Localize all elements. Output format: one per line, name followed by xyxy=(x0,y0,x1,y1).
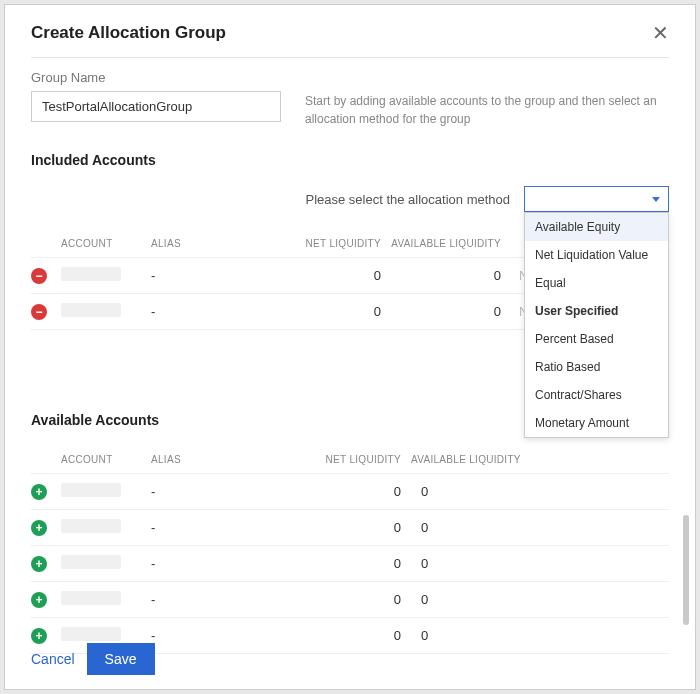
add-icon[interactable]: + xyxy=(31,520,47,536)
create-allocation-group-modal: Create Allocation Group ✕ Group Name Sta… xyxy=(4,4,696,690)
cell-alias: - xyxy=(151,520,271,535)
group-name-label: Group Name xyxy=(31,70,281,85)
cell-account xyxy=(61,591,151,608)
add-icon[interactable]: + xyxy=(31,556,47,572)
available-rows: +-00+-00+-00+-00+-00 xyxy=(31,474,669,654)
scrollbar-thumb[interactable] xyxy=(683,515,689,625)
cell-net: 0 xyxy=(271,268,391,283)
cell-net: 0 xyxy=(271,628,411,643)
cell-net: 0 xyxy=(271,304,391,319)
dropdown-item[interactable]: Available Equity xyxy=(525,213,668,241)
close-icon[interactable]: ✕ xyxy=(652,23,669,43)
cell-alias: - xyxy=(151,304,271,319)
col-avail: AVAILABLE LIQUIDITY xyxy=(391,238,511,249)
cell-account xyxy=(61,303,151,320)
add-icon[interactable]: + xyxy=(31,628,47,644)
table-row: +-00 xyxy=(31,510,669,546)
cell-avail: 0 xyxy=(411,484,669,499)
col-net: NET LIQUIDITY xyxy=(271,238,391,249)
table-row: +-00 xyxy=(31,582,669,618)
available-table-header: ACCOUNT ALIAS NET LIQUIDITY AVAILABLE LI… xyxy=(31,446,669,474)
col-avail: AVAILABLE LIQUIDITY xyxy=(411,454,669,465)
table-row: +-00 xyxy=(31,546,669,582)
cancel-button[interactable]: Cancel xyxy=(31,651,75,667)
add-icon[interactable]: + xyxy=(31,592,47,608)
cell-account xyxy=(61,519,151,536)
allocation-method-dropdown[interactable] xyxy=(524,186,669,212)
included-accounts-section: Included Accounts Please select the allo… xyxy=(31,152,669,388)
dropdown-item[interactable]: Monetary Amount xyxy=(525,409,668,437)
col-account: ACCOUNT xyxy=(61,454,151,465)
dropdown-item[interactable]: Percent Based xyxy=(525,325,668,353)
cell-account xyxy=(61,555,151,572)
chevron-down-icon xyxy=(652,197,660,202)
save-button[interactable]: Save xyxy=(87,643,155,675)
group-name-input[interactable] xyxy=(31,91,281,122)
cell-avail: 0 xyxy=(411,628,669,643)
group-name-block: Group Name xyxy=(31,70,281,122)
hint-text: Start by adding available accounts to th… xyxy=(305,92,669,128)
cell-avail: 0 xyxy=(411,592,669,607)
cell-net: 0 xyxy=(271,484,411,499)
modal-header: Create Allocation Group ✕ xyxy=(31,23,669,58)
col-alias: ALIAS xyxy=(151,454,271,465)
dropdown-item[interactable]: User Specified xyxy=(525,297,668,325)
group-name-row: Group Name Start by adding available acc… xyxy=(31,70,669,128)
allocation-method-row: Please select the allocation method Avai… xyxy=(31,186,669,212)
cell-avail: 0 xyxy=(391,268,511,283)
cell-net: 0 xyxy=(271,556,411,571)
included-accounts-title: Included Accounts xyxy=(31,152,669,168)
cell-avail: 0 xyxy=(411,556,669,571)
cell-alias: - xyxy=(151,628,271,643)
modal-footer: Cancel Save xyxy=(31,643,155,675)
available-accounts-section: Available Accounts ACCOUNT ALIAS NET LIQ… xyxy=(31,412,669,654)
allocation-method-label: Please select the allocation method xyxy=(305,192,510,207)
col-account: ACCOUNT xyxy=(61,238,151,249)
cell-alias: - xyxy=(151,592,271,607)
cell-alias: - xyxy=(151,556,271,571)
cell-account xyxy=(61,483,151,500)
dropdown-item[interactable]: Contract/Shares xyxy=(525,381,668,409)
dropdown-item[interactable]: Ratio Based xyxy=(525,353,668,381)
remove-icon[interactable]: − xyxy=(31,268,47,284)
cell-avail: 0 xyxy=(391,304,511,319)
cell-avail: 0 xyxy=(411,520,669,535)
cell-account xyxy=(61,627,151,644)
col-net: NET LIQUIDITY xyxy=(271,454,411,465)
add-icon[interactable]: + xyxy=(31,484,47,500)
cell-alias: - xyxy=(151,268,271,283)
cell-alias: - xyxy=(151,484,271,499)
allocation-method-menu: Available EquityNet Liquidation ValueEqu… xyxy=(524,212,669,438)
remove-icon[interactable]: − xyxy=(31,304,47,320)
cell-net: 0 xyxy=(271,592,411,607)
dropdown-item[interactable]: Equal xyxy=(525,269,668,297)
modal-title: Create Allocation Group xyxy=(31,23,226,43)
table-row: +-00 xyxy=(31,474,669,510)
cell-account xyxy=(61,267,151,284)
col-alias: ALIAS xyxy=(151,238,271,249)
dropdown-item[interactable]: Net Liquidation Value xyxy=(525,241,668,269)
cell-net: 0 xyxy=(271,520,411,535)
